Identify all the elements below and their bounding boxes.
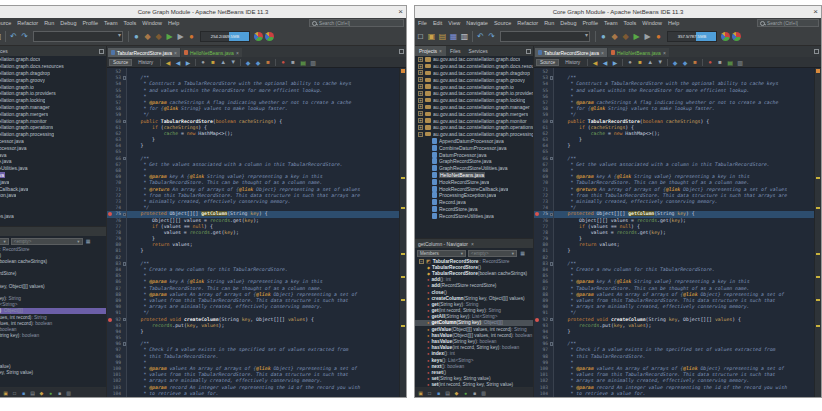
toolbar-run-icon[interactable]: ▶ bbox=[164, 31, 175, 42]
expand-all-icon[interactable]: ▥ bbox=[65, 389, 72, 396]
editor-tab-2[interactable]: HelloNetBeans.java× bbox=[181, 48, 242, 57]
next-occurrence-icon[interactable]: ▼ bbox=[656, 58, 664, 66]
profile-app-icon[interactable] bbox=[254, 32, 263, 41]
toolbar-debug-icon[interactable]: ▶ bbox=[175, 31, 186, 42]
menu-team[interactable]: Team bbox=[101, 20, 120, 26]
sort-alpha-icon[interactable]: ◆ bbox=[453, 389, 460, 396]
tree-file-row[interactable]: HelloNetBeans.java bbox=[415, 172, 533, 179]
tree-file-row[interactable]: DatumProcessor.java bbox=[415, 151, 533, 158]
window-close-icon[interactable]: × bbox=[813, 6, 818, 18]
filter-combobox[interactable]: <empty>▾ bbox=[11, 238, 83, 245]
tree-file-row[interactable]: HookRecordStore.java bbox=[415, 178, 533, 185]
menu-profile[interactable]: Profile bbox=[579, 20, 601, 26]
tree-file-row[interactable]: Record.java bbox=[0, 199, 106, 206]
line-number-gutter[interactable]: 5253545556575859606162636465666768697071… bbox=[107, 68, 127, 397]
start-macro-icon[interactable]: ● bbox=[279, 58, 287, 66]
toggle-highlight-icon[interactable]: ■ bbox=[209, 58, 217, 66]
tree-file-row[interactable]: ProcessingException.java bbox=[0, 192, 106, 199]
next-bookmark-icon[interactable]: ◆ bbox=[681, 58, 689, 66]
toolbar-deploy-icon[interactable]: ● bbox=[598, 31, 609, 42]
previous-occurrence-icon[interactable]: ▲ bbox=[646, 58, 654, 66]
project-tree[interactable]: +au.gov.asd.tac.constellation.graph.docs… bbox=[415, 56, 533, 238]
close-tab-icon[interactable]: × bbox=[236, 50, 239, 56]
tree-file-row[interactable]: CombineDatumProcessor.java bbox=[0, 144, 106, 151]
editor-tab-1[interactable]: TabularRecordStore.java× bbox=[108, 48, 180, 57]
tree-package-row[interactable]: +au.gov.asd.tac.constellation.graph.docs… bbox=[0, 63, 106, 70]
show-static-icon[interactable]: ■ bbox=[435, 389, 442, 396]
find-selection-icon[interactable]: ● bbox=[626, 58, 634, 66]
filter-settings-icon[interactable]: ▦ bbox=[85, 238, 92, 245]
tree-package-row[interactable]: −au.gov.asd.tac.constellation.graph.proc… bbox=[0, 131, 106, 138]
stop-macro-icon[interactable]: ■ bbox=[289, 58, 297, 66]
menu-source[interactable]: Source bbox=[0, 20, 14, 26]
navigator-member-row[interactable]: ●hasValue(int record, String key) : bool… bbox=[415, 345, 533, 351]
last-edit-icon[interactable]: ◀ bbox=[591, 58, 599, 66]
memory-indicator[interactable]: 357.5/787.5MB bbox=[667, 31, 717, 42]
show-inherited-icon[interactable]: ▣ bbox=[417, 389, 424, 396]
toolbar-run-icon[interactable]: ▶ bbox=[631, 31, 642, 42]
tree-file-row[interactable]: ProcessingException.java bbox=[415, 192, 533, 199]
fold-toggle-icon[interactable] bbox=[123, 213, 127, 217]
tree-package-row[interactable]: +au.gov.asd.tac.constellation.graph.io.p… bbox=[415, 90, 533, 97]
close-tab-icon[interactable]: × bbox=[174, 50, 177, 56]
toolbar-save-all-icon[interactable]: ▦ bbox=[448, 31, 459, 42]
tree-file-row[interactable]: GraphRecordStoreUtilities.java bbox=[415, 165, 533, 172]
toolbar-undo-icon[interactable]: ↶ bbox=[475, 31, 486, 42]
toolbar-debug-icon[interactable]: ▶ bbox=[642, 31, 653, 42]
toolbar-profile-icon[interactable]: ● bbox=[653, 31, 664, 42]
toolbar-deploy-icon[interactable]: ● bbox=[131, 31, 142, 42]
warning-mark[interactable] bbox=[816, 276, 820, 278]
fold-toggle-icon[interactable] bbox=[550, 213, 554, 217]
editor-tab-2[interactable]: HelloNetBeans.java× bbox=[608, 48, 669, 57]
tab-services[interactable]: Services bbox=[0, 46, 12, 56]
members-combobox[interactable]: Members▾ bbox=[0, 238, 9, 245]
menu-view[interactable]: View bbox=[445, 20, 463, 26]
expander-icon[interactable]: + bbox=[418, 57, 423, 62]
tree-file-row[interactable]: RecordStoreUtilities.java bbox=[0, 212, 106, 219]
navigator-member-list[interactable]: −◩TabularRecordStore :: RecordStore◆Tabu… bbox=[415, 258, 533, 387]
fold-toggle-icon[interactable] bbox=[550, 262, 554, 266]
profile-project-icon[interactable] bbox=[732, 32, 741, 41]
warning-mark[interactable] bbox=[816, 299, 820, 301]
stop-macro-icon[interactable]: ■ bbox=[716, 58, 724, 66]
source-button[interactable]: Source bbox=[536, 59, 559, 66]
forward-icon[interactable]: ▶ bbox=[184, 58, 192, 66]
menu-team[interactable]: Team bbox=[601, 20, 620, 26]
expander-icon[interactable]: + bbox=[418, 104, 423, 109]
toolbar-redo-icon[interactable]: ↷ bbox=[486, 31, 497, 42]
tree-package-row[interactable]: +au.gov.asd.tac.constellation.graph.lock… bbox=[0, 97, 106, 104]
tree-file-row[interactable]: DatumProcessor.java bbox=[0, 151, 106, 158]
tree-file-row[interactable]: GraphRecordStore.java bbox=[415, 158, 533, 165]
editor-tab-1[interactable]: TabularRecordStore.java× bbox=[535, 48, 607, 57]
fold-toggle-icon[interactable] bbox=[550, 76, 554, 80]
profile-app-icon[interactable] bbox=[721, 32, 730, 41]
menu-refactor[interactable]: Refactor bbox=[14, 20, 41, 26]
back-icon[interactable]: ◀ bbox=[174, 58, 182, 66]
navigator-member-row[interactable]: ●getValue(Object[][] values, int record)… bbox=[415, 326, 533, 332]
toolbar-new-project-icon[interactable]: ▣ bbox=[426, 31, 437, 42]
toolbar-clean-build-icon[interactable]: ◆ bbox=[620, 31, 631, 42]
menu-file[interactable]: File bbox=[415, 20, 430, 26]
next-occurrence-icon[interactable]: ▼ bbox=[229, 58, 237, 66]
tree-package-row[interactable]: +au.gov.asd.tac.constellation.graph.docs bbox=[0, 56, 106, 63]
tree-package-row[interactable]: +au.gov.asd.tac.constellation.graph.merg… bbox=[0, 110, 106, 117]
code-editor[interactable]: /** * Construct a TabularRecordStore wit… bbox=[127, 68, 399, 397]
menu-help[interactable]: Help bbox=[665, 20, 682, 26]
tree-file-row[interactable]: CombineDatumProcessor.java bbox=[415, 144, 533, 151]
warning-mark[interactable] bbox=[401, 207, 405, 209]
expander-icon[interactable]: + bbox=[418, 70, 423, 75]
override-badge-icon[interactable] bbox=[535, 318, 539, 322]
tree-file-row[interactable]: Record.java bbox=[415, 199, 533, 206]
sort-alpha-icon[interactable]: ◆ bbox=[38, 389, 45, 396]
tree-file-row[interactable]: HookRecordStoreCallback.java bbox=[0, 185, 106, 192]
show-inherited-icon[interactable]: ▣ bbox=[2, 389, 9, 396]
close-tab-icon[interactable]: × bbox=[601, 50, 604, 56]
back-icon[interactable]: ◀ bbox=[601, 58, 609, 66]
show-non-public-icon[interactable]: ▤ bbox=[444, 389, 451, 396]
warning-mark[interactable] bbox=[816, 253, 820, 255]
warning-mark[interactable] bbox=[816, 325, 820, 327]
sort-source-icon[interactable]: ● bbox=[47, 389, 54, 396]
uncomment-icon[interactable]: ▥ bbox=[736, 58, 744, 66]
close-tab-icon[interactable]: × bbox=[439, 48, 442, 54]
tree-package-row[interactable]: +au.gov.asd.tac.constellation.graph.groo… bbox=[415, 76, 533, 83]
